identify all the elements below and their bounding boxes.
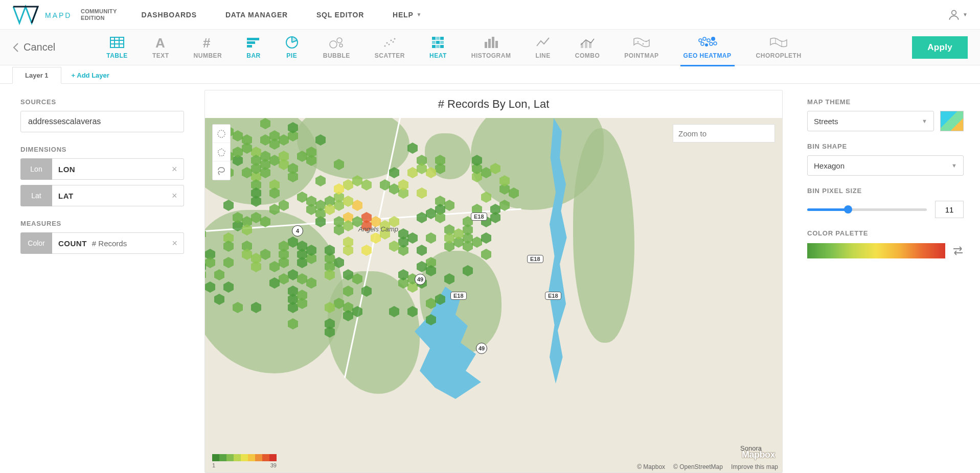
- top-nav: MAPD COMMUNITY EDITION DASHBOARDS DATA M…: [0, 0, 980, 30]
- svg-point-41: [646, 40, 647, 42]
- remove-dim-lat[interactable]: ×: [172, 191, 177, 201]
- dimension-lon[interactable]: Lon LON×: [20, 158, 184, 180]
- remove-measure[interactable]: ×: [172, 238, 177, 249]
- svg-point-45: [711, 37, 715, 41]
- type-bubble[interactable]: BUBBLE: [323, 36, 350, 59]
- layer-tab-1[interactable]: Layer 1: [12, 67, 61, 84]
- mapbox-watermark: Mapbox: [742, 450, 775, 460]
- type-choropleth[interactable]: CHOROPLETH: [756, 36, 802, 59]
- type-histogram[interactable]: HISTOGRAM: [471, 36, 511, 59]
- lasso-select-tool[interactable]: [213, 161, 230, 180]
- dotted-circle-icon: [217, 129, 226, 138]
- type-line[interactable]: LINE: [535, 36, 550, 59]
- map-legend: 1 39: [212, 454, 277, 468]
- type-scatter[interactable]: SCATTER: [375, 36, 405, 59]
- type-label: TEXT: [152, 52, 169, 59]
- type-heat[interactable]: HEAT: [429, 36, 447, 59]
- layer-tabs: Layer 1 + Add Layer: [0, 65, 980, 84]
- color-palette-bar[interactable]: [807, 243, 945, 258]
- svg-point-15: [337, 38, 342, 43]
- measure-agg: COUNT: [58, 239, 87, 248]
- edition-line2: EDITION: [81, 15, 117, 21]
- measure-field: # Records: [92, 239, 127, 248]
- source-field[interactable]: addressescalaveras: [20, 111, 184, 132]
- table-icon: [110, 37, 124, 48]
- map-theme-thumbnail[interactable]: [940, 111, 964, 131]
- type-label: GEO HEATMAP: [683, 52, 732, 59]
- bin-shape-value: Hexagon: [814, 161, 845, 170]
- type-label: BUBBLE: [323, 52, 350, 59]
- logo-block[interactable]: MAPD COMMUNITY EDITION: [12, 5, 117, 25]
- chevron-left-icon: [12, 42, 19, 53]
- type-text[interactable]: A TEXT: [152, 36, 169, 59]
- type-combo[interactable]: COMBO: [575, 36, 600, 59]
- hex-bin-layer: [205, 118, 782, 472]
- slider-thumb[interactable]: [844, 205, 852, 214]
- dimension-lat[interactable]: Lat LAT×: [20, 185, 184, 206]
- nav-data-manager[interactable]: DATA MANAGER: [225, 11, 288, 19]
- svg-point-17: [384, 45, 386, 46]
- main-content: SOURCES addressescalaveras DIMENSIONS Lo…: [0, 84, 980, 473]
- type-label: SCATTER: [375, 52, 405, 59]
- type-pointmap[interactable]: POINTMAP: [624, 36, 658, 59]
- type-label: CHOROPLETH: [756, 52, 802, 59]
- attr-osm[interactable]: © OpenStreetMap: [673, 463, 723, 470]
- bar-icon: [247, 37, 260, 48]
- map-attribution: © Mapbox © OpenStreetMap Improve this ma…: [637, 463, 778, 470]
- cancel-button[interactable]: Cancel: [12, 41, 55, 53]
- edition-text: COMMUNITY EDITION: [81, 8, 117, 21]
- right-panel: MAP THEME Streets ▼ BIN SHAPE Hexagon ▼ …: [791, 84, 980, 473]
- type-table[interactable]: TABLE: [106, 36, 128, 59]
- color-palette-label: COLOR PALETTE: [807, 229, 964, 237]
- map-canvas[interactable]: 4 49 49 E18 E18 E18 E18 Angels Camp Sono…: [205, 118, 782, 472]
- type-label: NUMBER: [194, 52, 222, 59]
- polygon-select-tool[interactable]: [213, 143, 230, 161]
- bin-shape-select[interactable]: Hexagon ▼: [807, 155, 964, 176]
- svg-rect-24: [436, 37, 440, 40]
- nav-dashboards[interactable]: DASHBOARDS: [142, 11, 197, 19]
- zoom-to-input[interactable]: [673, 124, 775, 143]
- route-49-badge: 49: [415, 274, 426, 285]
- type-pie[interactable]: PIE: [285, 36, 299, 59]
- user-menu[interactable]: ▼: [947, 8, 968, 21]
- geo-heatmap-icon: [697, 36, 718, 49]
- svg-point-20: [391, 39, 392, 41]
- map-title: # Records By Lon, Lat: [205, 90, 782, 118]
- type-label: HEAT: [429, 52, 447, 59]
- dim-tag-lon: Lon: [20, 158, 52, 180]
- svg-rect-8: [247, 38, 259, 40]
- add-layer-button[interactable]: + Add Layer: [72, 72, 109, 83]
- type-bar[interactable]: BAR: [246, 36, 261, 59]
- attr-improve[interactable]: Improve this map: [731, 463, 778, 470]
- dotted-polygon-icon: [217, 148, 226, 157]
- left-panel: SOURCES addressescalaveras DIMENSIONS Lo…: [0, 84, 204, 473]
- bin-size-input[interactable]: [935, 201, 964, 218]
- nav-sql-editor[interactable]: SQL EDITOR: [316, 11, 364, 19]
- svg-point-39: [637, 41, 639, 42]
- attr-mapbox[interactable]: © Mapbox: [637, 463, 665, 470]
- map-theme-select[interactable]: Streets ▼: [807, 111, 934, 131]
- type-number[interactable]: # NUMBER: [194, 36, 222, 59]
- svg-point-0: [952, 10, 956, 15]
- pie-icon: [285, 36, 299, 49]
- svg-rect-34: [492, 37, 494, 48]
- measure-color[interactable]: Color COUNT # Records ×: [20, 232, 184, 254]
- lasso-icon: [217, 166, 226, 175]
- svg-rect-26: [432, 41, 436, 44]
- route-e18-badge: E18: [471, 212, 487, 221]
- pointmap-icon: [633, 37, 650, 48]
- measures-label: MEASURES: [20, 220, 184, 227]
- bin-size-slider[interactable]: [807, 208, 927, 211]
- remove-dim-lon[interactable]: ×: [172, 164, 177, 175]
- circle-select-tool[interactable]: [213, 125, 230, 143]
- nav-help[interactable]: HELP ▼: [393, 11, 422, 19]
- svg-marker-53: [218, 149, 225, 156]
- dim-value-lon: LON: [58, 165, 75, 174]
- swap-icon[interactable]: [952, 246, 964, 255]
- type-geo-heatmap[interactable]: GEO HEATMAP: [683, 36, 732, 59]
- svg-rect-35: [495, 41, 498, 48]
- apply-button[interactable]: Apply: [912, 36, 968, 59]
- type-label: BAR: [246, 52, 261, 59]
- sources-label: SOURCES: [20, 98, 184, 106]
- type-label: TABLE: [106, 52, 128, 59]
